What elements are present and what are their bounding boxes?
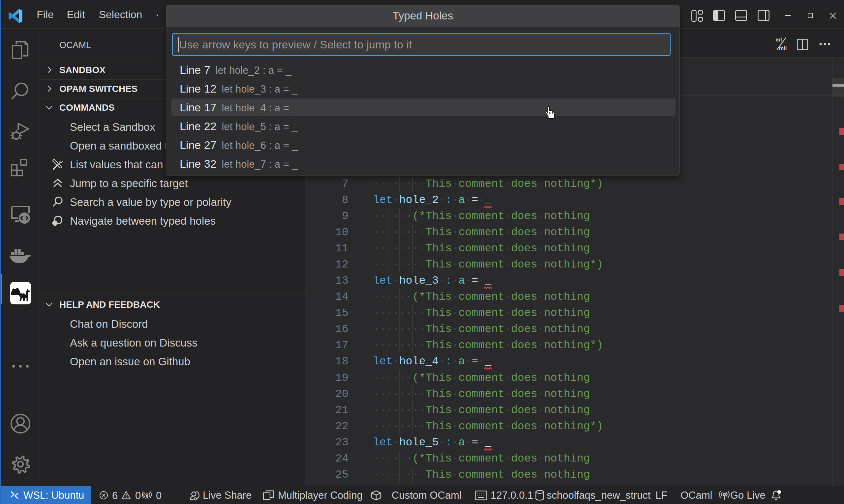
svg-text:ml: ml xyxy=(775,37,782,43)
